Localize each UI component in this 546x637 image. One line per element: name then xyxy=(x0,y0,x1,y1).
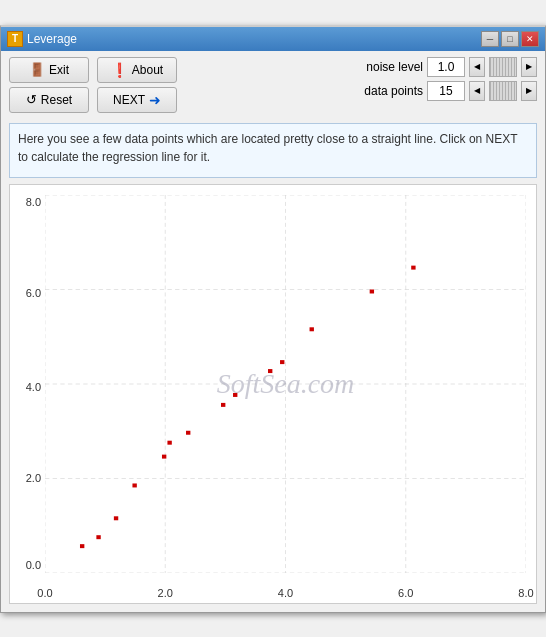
about-label: About xyxy=(132,63,163,77)
noise-level-label: noise level xyxy=(353,60,423,74)
toolbar: 🚪 Exit ❗ About ↺ Reset NEXT ➜ xyxy=(1,51,545,119)
y-axis: 8.0 6.0 4.0 2.0 0.0 xyxy=(10,195,45,573)
chart-inner: SoftSea.com xyxy=(45,195,526,573)
data-points-input[interactable] xyxy=(427,81,465,101)
x-label-2: 2.0 xyxy=(158,587,173,599)
noise-level-decrease-button[interactable]: ◀ xyxy=(469,57,485,77)
data-points-increase-button[interactable]: ▶ xyxy=(521,81,537,101)
data-point xyxy=(280,360,284,364)
y-label-8: 8.0 xyxy=(26,196,41,208)
y-label-0: 0.0 xyxy=(26,559,41,571)
y-label-6: 6.0 xyxy=(26,287,41,299)
noise-level-row: noise level ◀ ▶ xyxy=(353,57,537,77)
x-label-4: 4.0 xyxy=(278,587,293,599)
toolbar-right: noise level ◀ ▶ data points ◀ ▶ xyxy=(353,57,537,113)
x-label-0: 0.0 xyxy=(37,587,52,599)
y-label-2: 2.0 xyxy=(26,472,41,484)
x-label-8: 8.0 xyxy=(518,587,533,599)
data-point xyxy=(221,402,225,406)
main-window: T Leverage ─ □ ✕ 🚪 Exit ❗ About xyxy=(0,25,546,613)
info-text: Here you see a few data points which are… xyxy=(18,132,517,164)
exit-button[interactable]: 🚪 Exit xyxy=(9,57,89,83)
next-button[interactable]: NEXT ➜ xyxy=(97,87,177,113)
data-point xyxy=(162,454,166,458)
title-bar-left: T Leverage xyxy=(7,31,77,47)
window-title: Leverage xyxy=(27,32,77,46)
toolbar-left: 🚪 Exit ❗ About ↺ Reset NEXT ➜ xyxy=(9,57,177,113)
data-points-label: data points xyxy=(353,84,423,98)
next-arrow-icon: ➜ xyxy=(149,92,161,108)
minimize-button[interactable]: ─ xyxy=(481,31,499,47)
data-point xyxy=(310,327,314,331)
data-points-track[interactable] xyxy=(489,81,517,101)
chart-container: 8.0 6.0 4.0 2.0 0.0 xyxy=(9,184,537,604)
data-points-row: data points ◀ ▶ xyxy=(353,81,537,101)
next-label: NEXT xyxy=(113,93,145,107)
data-point xyxy=(186,430,190,434)
reset-icon: ↺ xyxy=(26,92,37,107)
x-label-6: 6.0 xyxy=(398,587,413,599)
data-point xyxy=(80,544,84,548)
data-point xyxy=(132,483,136,487)
app-icon: T xyxy=(7,31,23,47)
data-point xyxy=(370,289,374,293)
data-point xyxy=(268,369,272,373)
reset-label: Reset xyxy=(41,93,72,107)
noise-level-track[interactable] xyxy=(489,57,517,77)
exit-label: Exit xyxy=(49,63,69,77)
data-point xyxy=(167,440,171,444)
about-icon: ❗ xyxy=(111,62,128,78)
title-buttons: ─ □ ✕ xyxy=(481,31,539,47)
chart-svg xyxy=(45,195,526,573)
title-bar: T Leverage ─ □ ✕ xyxy=(1,27,545,51)
about-button[interactable]: ❗ About xyxy=(97,57,177,83)
noise-level-increase-button[interactable]: ▶ xyxy=(521,57,537,77)
y-label-4: 4.0 xyxy=(26,381,41,393)
noise-level-input[interactable] xyxy=(427,57,465,77)
data-point xyxy=(96,535,100,539)
data-point xyxy=(411,265,415,269)
x-axis: 0.0 2.0 4.0 6.0 8.0 xyxy=(45,573,526,603)
reset-button[interactable]: ↺ Reset xyxy=(9,87,89,113)
data-point xyxy=(114,516,118,520)
maximize-button[interactable]: □ xyxy=(501,31,519,47)
exit-icon: 🚪 xyxy=(29,62,45,77)
data-point xyxy=(233,392,237,396)
data-points-decrease-button[interactable]: ◀ xyxy=(469,81,485,101)
close-button[interactable]: ✕ xyxy=(521,31,539,47)
info-box: Here you see a few data points which are… xyxy=(9,123,537,178)
